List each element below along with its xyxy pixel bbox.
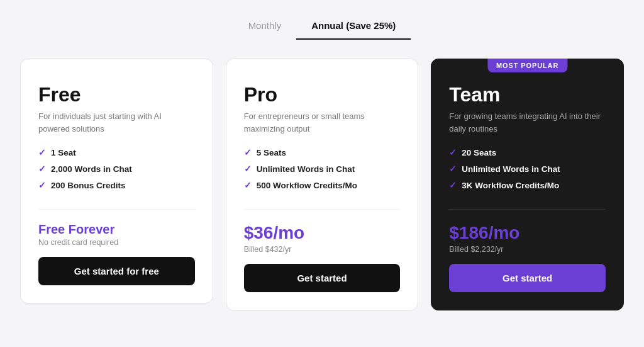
plan-pro-pricing: $36/mo Billed $432/yr <box>244 222 401 254</box>
plan-pro-description: For entrepreneurs or small teams maximiz… <box>244 110 401 135</box>
list-item: ✓ 200 Bonus Credits <box>38 180 195 190</box>
billing-monthly[interactable]: Monthly <box>233 13 297 40</box>
plan-pro-features: ✓ 5 Seats ✓ Unlimited Words in Chat ✓ 50… <box>244 147 401 210</box>
plan-pro: Pro For entrepreneurs or small teams max… <box>226 59 419 310</box>
plan-team-features: ✓ 20 Seats ✓ Unlimited Words in Chat ✓ 3… <box>449 147 606 210</box>
plan-team-price-label: $186/mo <box>449 222 606 244</box>
plan-free-description: For individuals just starting with AI po… <box>38 110 195 135</box>
list-item: ✓ 5 Seats <box>244 147 401 157</box>
plan-team-cta[interactable]: Get started <box>449 264 606 292</box>
list-item: ✓ 20 Seats <box>449 147 606 157</box>
pricing-cards: Free For individuals just starting with … <box>20 59 624 310</box>
most-popular-badge: MOST POPULAR <box>487 59 567 72</box>
plan-free-price-label: Free Forever <box>38 222 195 237</box>
billing-toggle: Monthly Annual (Save 25%) <box>233 13 411 40</box>
check-icon: ✓ <box>244 164 252 174</box>
list-item: ✓ Unlimited Words in Chat <box>244 164 401 174</box>
plan-team-title: Team <box>449 83 606 106</box>
billing-annual[interactable]: Annual (Save 25%) <box>296 13 411 40</box>
plan-pro-title: Pro <box>244 83 401 106</box>
plan-team: MOST POPULAR Team For growing teams inte… <box>431 59 624 310</box>
list-item: ✓ Unlimited Words in Chat <box>449 164 606 174</box>
check-icon: ✓ <box>244 180 252 190</box>
check-icon: ✓ <box>449 147 457 157</box>
plan-pro-cta[interactable]: Get started <box>244 264 401 292</box>
plan-free-title: Free <box>38 83 195 106</box>
list-item: ✓ 500 Workflow Credits/Mo <box>244 180 401 190</box>
plan-free-cta[interactable]: Get started for free <box>38 257 195 285</box>
plan-team-price-sub: Billed $2,232/yr <box>449 245 606 254</box>
list-item: ✓ 3K Workflow Credits/Mo <box>449 180 606 190</box>
check-icon: ✓ <box>38 164 46 174</box>
check-icon: ✓ <box>38 180 46 190</box>
list-item: ✓ 2,000 Words in Chat <box>38 164 195 174</box>
plan-free-price-sub: No credit card required <box>38 238 195 247</box>
list-item: ✓ 1 Seat <box>38 147 195 157</box>
plan-free-pricing: Free Forever No credit card required <box>38 222 195 247</box>
plan-pro-price-label: $36/mo <box>244 222 401 244</box>
plan-free: Free For individuals just starting with … <box>20 59 213 304</box>
plan-pro-price-sub: Billed $432/yr <box>244 245 401 254</box>
plan-team-description: For growing teams integrating AI into th… <box>449 110 606 135</box>
check-icon: ✓ <box>449 180 457 190</box>
check-icon: ✓ <box>449 164 457 174</box>
plan-team-pricing: $186/mo Billed $2,232/yr <box>449 222 606 254</box>
check-icon: ✓ <box>244 147 252 157</box>
plan-free-features: ✓ 1 Seat ✓ 2,000 Words in Chat ✓ 200 Bon… <box>38 147 195 210</box>
check-icon: ✓ <box>38 147 46 157</box>
